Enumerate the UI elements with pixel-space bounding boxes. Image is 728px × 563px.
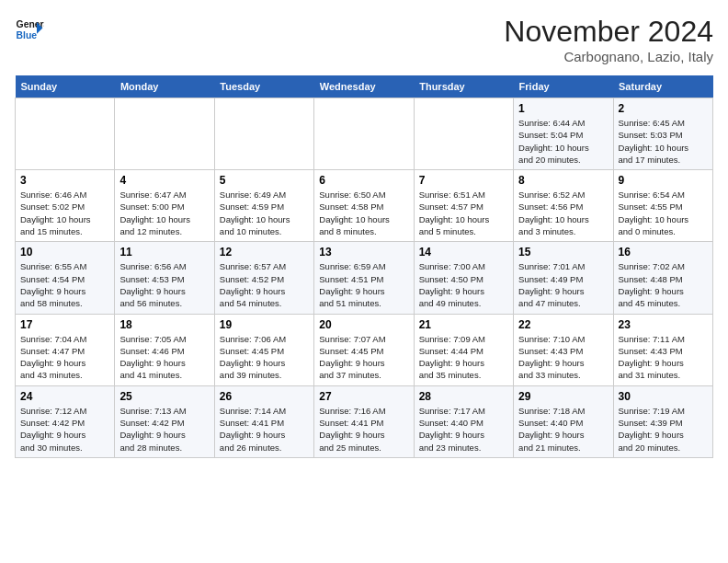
day-info: Sunrise: 7:09 AM Sunset: 4:44 PM Dayligh… — [419, 333, 508, 382]
day-number: 1 — [518, 102, 608, 115]
calendar-table: SundayMondayTuesdayWednesdayThursdayFrid… — [15, 75, 713, 458]
day-info: Sunrise: 6:44 AM Sunset: 5:04 PM Dayligh… — [518, 117, 608, 166]
day-number: 3 — [20, 174, 109, 187]
day-number: 27 — [319, 390, 408, 403]
calendar-cell: 11Sunrise: 6:56 AM Sunset: 4:53 PM Dayli… — [115, 242, 214, 314]
calendar-cell: 24Sunrise: 7:12 AM Sunset: 4:42 PM Dayli… — [16, 385, 115, 457]
day-header-wednesday: Wednesday — [314, 75, 414, 98]
day-info: Sunrise: 7:02 AM Sunset: 4:48 PM Dayligh… — [619, 260, 708, 309]
calendar-cell: 16Sunrise: 7:02 AM Sunset: 4:48 PM Dayli… — [613, 242, 712, 314]
calendar-cell: 28Sunrise: 7:17 AM Sunset: 4:40 PM Dayli… — [414, 385, 513, 457]
day-number: 13 — [319, 246, 408, 259]
calendar-cell — [16, 98, 115, 170]
day-info: Sunrise: 7:11 AM Sunset: 4:43 PM Dayligh… — [619, 333, 708, 382]
calendar-cell — [314, 98, 414, 170]
day-header-sunday: Sunday — [16, 75, 115, 98]
calendar-cell: 10Sunrise: 6:55 AM Sunset: 4:54 PM Dayli… — [16, 242, 115, 314]
calendar-cell — [214, 98, 313, 170]
calendar-cell: 13Sunrise: 6:59 AM Sunset: 4:51 PM Dayli… — [314, 242, 414, 314]
day-number: 15 — [518, 246, 608, 259]
day-info: Sunrise: 7:18 AM Sunset: 4:40 PM Dayligh… — [518, 405, 608, 454]
day-number: 7 — [419, 174, 508, 187]
calendar-cell — [414, 98, 513, 170]
calendar-cell: 7Sunrise: 6:51 AM Sunset: 4:57 PM Daylig… — [414, 170, 513, 242]
day-info: Sunrise: 6:56 AM Sunset: 4:53 PM Dayligh… — [119, 260, 209, 309]
day-info: Sunrise: 6:59 AM Sunset: 4:51 PM Dayligh… — [319, 260, 408, 309]
calendar-cell: 18Sunrise: 7:05 AM Sunset: 4:46 PM Dayli… — [115, 314, 214, 385]
calendar-cell: 2Sunrise: 6:45 AM Sunset: 5:03 PM Daylig… — [613, 98, 712, 170]
day-number: 8 — [518, 174, 608, 187]
day-info: Sunrise: 6:47 AM Sunset: 5:00 PM Dayligh… — [119, 189, 209, 237]
day-header-saturday: Saturday — [613, 75, 712, 98]
logo: General Blue — [15, 15, 44, 44]
day-number: 29 — [518, 390, 608, 403]
calendar-cell: 25Sunrise: 7:13 AM Sunset: 4:42 PM Dayli… — [115, 385, 214, 457]
calendar-cell: 30Sunrise: 7:19 AM Sunset: 4:39 PM Dayli… — [613, 385, 712, 457]
calendar-cell: 14Sunrise: 7:00 AM Sunset: 4:50 PM Dayli… — [414, 242, 513, 314]
day-number: 22 — [518, 318, 608, 331]
day-number: 11 — [119, 246, 209, 259]
calendar-cell: 21Sunrise: 7:09 AM Sunset: 4:44 PM Dayli… — [414, 314, 513, 385]
day-number: 17 — [20, 318, 109, 331]
day-info: Sunrise: 7:06 AM Sunset: 4:45 PM Dayligh… — [220, 333, 309, 382]
calendar-cell: 22Sunrise: 7:10 AM Sunset: 4:43 PM Dayli… — [514, 314, 613, 385]
calendar-cell: 15Sunrise: 7:01 AM Sunset: 4:49 PM Dayli… — [514, 242, 613, 314]
calendar-cell: 12Sunrise: 6:57 AM Sunset: 4:52 PM Dayli… — [214, 242, 313, 314]
day-number: 5 — [220, 174, 309, 187]
day-header-friday: Friday — [514, 75, 613, 98]
day-number: 10 — [20, 246, 109, 259]
day-info: Sunrise: 6:54 AM Sunset: 4:55 PM Dayligh… — [619, 189, 708, 237]
day-number: 28 — [419, 390, 508, 403]
day-number: 30 — [619, 390, 708, 403]
day-number: 24 — [20, 390, 109, 403]
day-number: 14 — [419, 246, 508, 259]
page-header: General Blue November 2024 Carbognano, L… — [15, 15, 713, 64]
day-info: Sunrise: 6:50 AM Sunset: 4:58 PM Dayligh… — [319, 189, 408, 237]
day-info: Sunrise: 7:14 AM Sunset: 4:41 PM Dayligh… — [220, 405, 309, 454]
calendar-cell: 8Sunrise: 6:52 AM Sunset: 4:56 PM Daylig… — [514, 170, 613, 242]
day-info: Sunrise: 6:55 AM Sunset: 4:54 PM Dayligh… — [20, 260, 109, 309]
calendar-week-3: 10Sunrise: 6:55 AM Sunset: 4:54 PM Dayli… — [16, 242, 713, 314]
day-number: 16 — [619, 246, 708, 259]
day-info: Sunrise: 7:04 AM Sunset: 4:47 PM Dayligh… — [20, 333, 109, 382]
day-info: Sunrise: 7:16 AM Sunset: 4:41 PM Dayligh… — [319, 405, 408, 454]
calendar-cell: 19Sunrise: 7:06 AM Sunset: 4:45 PM Dayli… — [214, 314, 313, 385]
day-number: 26 — [220, 390, 309, 403]
calendar-cell: 1Sunrise: 6:44 AM Sunset: 5:04 PM Daylig… — [514, 98, 613, 170]
day-info: Sunrise: 7:05 AM Sunset: 4:46 PM Dayligh… — [119, 333, 209, 382]
calendar-cell: 29Sunrise: 7:18 AM Sunset: 4:40 PM Dayli… — [514, 385, 613, 457]
day-info: Sunrise: 7:19 AM Sunset: 4:39 PM Dayligh… — [619, 405, 708, 454]
day-info: Sunrise: 6:45 AM Sunset: 5:03 PM Dayligh… — [619, 117, 708, 166]
calendar-week-2: 3Sunrise: 6:46 AM Sunset: 5:02 PM Daylig… — [16, 170, 713, 242]
logo-icon: General Blue — [15, 15, 44, 44]
calendar-header-row: SundayMondayTuesdayWednesdayThursdayFrid… — [16, 75, 713, 98]
calendar-cell: 27Sunrise: 7:16 AM Sunset: 4:41 PM Dayli… — [314, 385, 414, 457]
day-header-monday: Monday — [115, 75, 214, 98]
calendar-week-1: 1Sunrise: 6:44 AM Sunset: 5:04 PM Daylig… — [16, 98, 713, 170]
calendar-cell: 9Sunrise: 6:54 AM Sunset: 4:55 PM Daylig… — [613, 170, 712, 242]
day-info: Sunrise: 6:57 AM Sunset: 4:52 PM Dayligh… — [220, 260, 309, 309]
day-info: Sunrise: 7:07 AM Sunset: 4:45 PM Dayligh… — [319, 333, 408, 382]
calendar-cell: 26Sunrise: 7:14 AM Sunset: 4:41 PM Dayli… — [214, 385, 313, 457]
calendar-cell: 5Sunrise: 6:49 AM Sunset: 4:59 PM Daylig… — [214, 170, 313, 242]
day-number: 19 — [220, 318, 309, 331]
day-number: 18 — [119, 318, 209, 331]
calendar-cell: 17Sunrise: 7:04 AM Sunset: 4:47 PM Dayli… — [16, 314, 115, 385]
day-info: Sunrise: 7:13 AM Sunset: 4:42 PM Dayligh… — [119, 405, 209, 454]
month-title: November 2024 — [504, 15, 713, 49]
calendar-cell: 6Sunrise: 6:50 AM Sunset: 4:58 PM Daylig… — [314, 170, 414, 242]
calendar-cell: 3Sunrise: 6:46 AM Sunset: 5:02 PM Daylig… — [16, 170, 115, 242]
calendar-cell — [115, 98, 214, 170]
day-info: Sunrise: 6:46 AM Sunset: 5:02 PM Dayligh… — [20, 189, 109, 237]
location: Carbognano, Lazio, Italy — [504, 49, 713, 64]
day-number: 21 — [419, 318, 508, 331]
day-number: 12 — [220, 246, 309, 259]
day-info: Sunrise: 7:17 AM Sunset: 4:40 PM Dayligh… — [419, 405, 508, 454]
day-info: Sunrise: 7:00 AM Sunset: 4:50 PM Dayligh… — [419, 260, 508, 309]
day-header-thursday: Thursday — [414, 75, 513, 98]
calendar-cell: 4Sunrise: 6:47 AM Sunset: 5:00 PM Daylig… — [115, 170, 214, 242]
day-number: 4 — [119, 174, 209, 187]
day-info: Sunrise: 6:49 AM Sunset: 4:59 PM Dayligh… — [220, 189, 309, 237]
day-number: 20 — [319, 318, 408, 331]
day-number: 6 — [319, 174, 408, 187]
